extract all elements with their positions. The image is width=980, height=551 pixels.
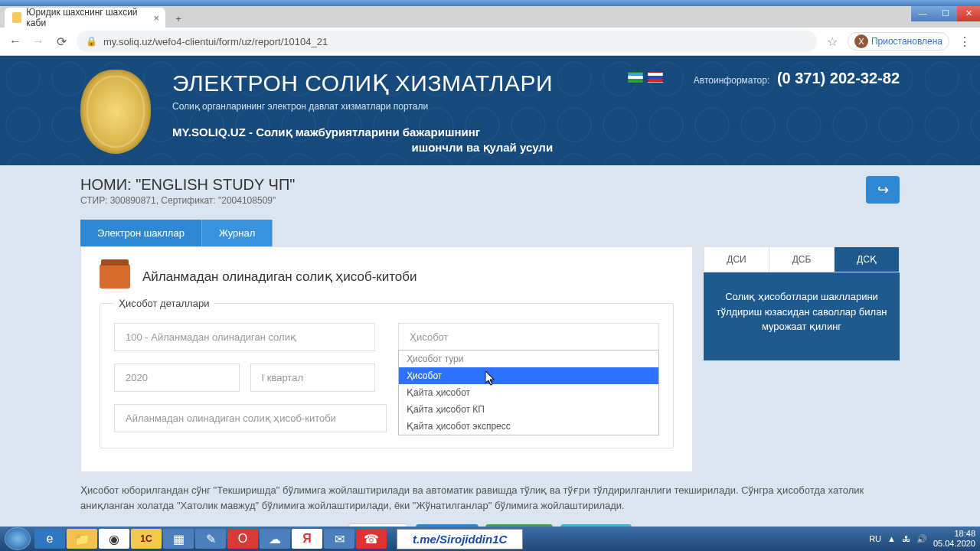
- report-type-dropdown: Ҳисобот тури Ҳисобот Қайта ҳисобот Қайта…: [398, 350, 659, 435]
- logout-button[interactable]: ↪: [866, 176, 900, 204]
- profile-status: Приостановлена: [871, 36, 942, 47]
- side-help-text: Солиқ ҳисоботлари шаклларини тўлдириш юз…: [704, 272, 900, 360]
- taskbar-app[interactable]: ✉: [324, 529, 354, 549]
- taskbar: e 📁 ◉ 1C ▦ ✎ O ☁ Я ✉ ☎ t.me/Sirojiddin1C…: [0, 527, 980, 551]
- taskbar-1c[interactable]: 1C: [131, 529, 162, 549]
- report-name-field[interactable]: Айланмадан олинадиган солиқ ҳисоб-китоби: [114, 404, 387, 432]
- avatar: Х: [854, 34, 868, 48]
- taskbar-app[interactable]: ☁: [260, 529, 290, 549]
- tab-electronic-forms[interactable]: Электрон шакллар: [80, 220, 202, 246]
- window-minimize[interactable]: —: [911, 6, 934, 21]
- profile-chip[interactable]: Х Приостановлена: [848, 32, 949, 51]
- forward-button[interactable]: →: [31, 34, 46, 49]
- menu-icon[interactable]: ⋮: [957, 34, 972, 49]
- side-tab-dsb[interactable]: ДСБ: [769, 247, 834, 272]
- side-tab-dsi[interactable]: ДСИ: [704, 247, 769, 272]
- back-button[interactable]: ←: [8, 34, 23, 49]
- dropdown-option[interactable]: Ҳисобот: [399, 367, 658, 384]
- site-logo: [80, 70, 151, 154]
- tray-sound-icon[interactable]: 🔊: [916, 534, 927, 544]
- close-icon[interactable]: ×: [153, 12, 159, 24]
- window-maximize[interactable]: ☐: [934, 6, 957, 21]
- taskbar-app[interactable]: ☎: [356, 529, 387, 549]
- tray-time[interactable]: 18:48: [933, 529, 975, 539]
- start-button[interactable]: [5, 527, 31, 550]
- window-close[interactable]: ✕: [957, 6, 980, 21]
- taskbar-opera[interactable]: O: [227, 529, 258, 549]
- reload-button[interactable]: ⟳: [54, 34, 69, 49]
- taskbar-explorer[interactable]: 📁: [67, 529, 97, 549]
- autoinformer-label: Автоинформатор:: [694, 75, 769, 86]
- fieldset-legend: Ҳисобот деталлари: [114, 298, 214, 309]
- taskbar-app[interactable]: ✎: [195, 529, 226, 549]
- taskbar-app[interactable]: ▦: [163, 529, 194, 549]
- tray-network-icon[interactable]: 🖧: [902, 534, 910, 543]
- dropdown-option[interactable]: Қайта ҳисобот: [399, 384, 658, 401]
- lang-ru[interactable]: [648, 72, 663, 83]
- lang-uz[interactable]: [628, 72, 643, 83]
- help-paragraph: Ҳисобот юборилгандан сўнг "Текширишда" б…: [80, 483, 900, 513]
- year-select[interactable]: 2020: [114, 364, 240, 392]
- tab-strip: Юридик шахснинг шахсий каби × + — ☐ ✕: [0, 6, 980, 28]
- card-title: Айланмадан олинадиган солиқ ҳисоб-китоби: [142, 269, 417, 285]
- company-name: НОМИ: "ENGLISH STUDY ЧП": [80, 176, 295, 194]
- quarter-select[interactable]: I квартал: [250, 364, 376, 392]
- tab-title: Юридик шахснинг шахсий каби: [26, 7, 144, 28]
- side-tab-dsk[interactable]: ДСҚ: [834, 247, 899, 272]
- phone-number: (0 371) 202-32-82: [777, 70, 900, 86]
- new-tab-button[interactable]: +: [170, 11, 187, 28]
- address-bar[interactable]: 🔒 my.soliq.uz/wefo4-clientui/form/uz/rep…: [77, 31, 817, 52]
- dropdown-option[interactable]: Қайта ҳисобот экспресс: [399, 418, 658, 435]
- site-subtitle: Солиқ органларининг электрон давлат хизм…: [172, 101, 553, 112]
- tab-journal[interactable]: Журнал: [202, 220, 273, 246]
- star-icon[interactable]: ☆: [825, 34, 840, 49]
- tray-flag-icon[interactable]: ▲: [887, 534, 896, 543]
- site-title: ЭЛЕКТРОН СОЛИҚ ХИЗМАТЛАРИ: [172, 70, 553, 96]
- taskbar-ie[interactable]: e: [34, 529, 65, 549]
- tray-lang[interactable]: RU: [869, 534, 881, 543]
- wallet-icon: [100, 264, 130, 289]
- taskbar-chrome[interactable]: ◉: [99, 529, 129, 549]
- url-text: my.soliq.uz/wefo4-clientui/form/uz/repor…: [103, 36, 328, 47]
- taskbar-yandex[interactable]: Я: [292, 529, 322, 549]
- favicon: [12, 12, 21, 23]
- slogan-line1: - Солиқ мажбуриятларини бажаришнинг: [246, 126, 480, 139]
- tray-date[interactable]: 05.04.2020: [933, 539, 975, 549]
- logout-icon: ↪: [877, 181, 889, 198]
- site-domain: MY.SOLIQ.UZ: [172, 126, 246, 139]
- report-type-select[interactable]: Ҳисобот: [398, 323, 659, 351]
- dropdown-header: Ҳисобот тури: [399, 350, 658, 367]
- browser-tab[interactable]: Юридик шахснинг шахсий каби ×: [5, 8, 165, 28]
- dropdown-option[interactable]: Қайта ҳисобот КП: [399, 401, 658, 418]
- telegram-link[interactable]: t.me/Sirojiddin1C: [397, 529, 523, 549]
- slogan-line2: ишончли ва қулай усули: [172, 141, 553, 155]
- company-meta: СТИР: 300890871, Сертификат: "2004108509…: [80, 195, 295, 206]
- lock-icon: 🔒: [86, 36, 97, 47]
- tax-type-select[interactable]: 100 - Айланмадан олинадиган солиқ: [114, 323, 375, 351]
